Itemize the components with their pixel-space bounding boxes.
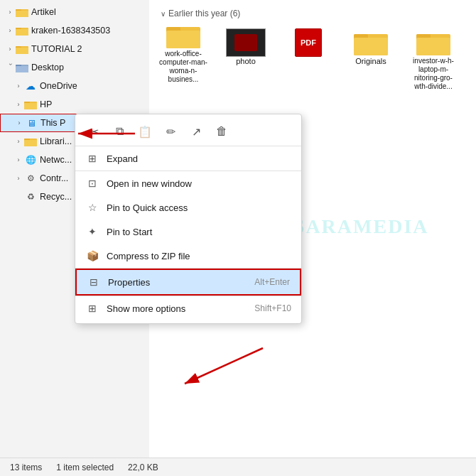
file-item-originals[interactable]: Originals bbox=[342, 26, 399, 94]
sidebar-item-tutorial2[interactable]: › TUTORIAL 2 bbox=[0, 40, 149, 58]
file-label-investor: investor-w-h-laptop-m-nitoring-gro-wth-d… bbox=[408, 57, 459, 91]
expand-arrow-tutorial2: › bbox=[6, 45, 14, 53]
menu-item-label-expand: Expand bbox=[107, 153, 291, 164]
status-bar: 13 items 1 item selected 22,0 KB bbox=[0, 458, 476, 476]
menu-item-label-pin-start: Pin to Start bbox=[107, 227, 291, 237]
control-icon: ⚙ bbox=[24, 173, 37, 183]
svg-rect-14 bbox=[24, 103, 37, 109]
window-icon: ⊡ bbox=[85, 176, 99, 190]
menu-item-more-options[interactable]: ⊞ Show more options Shift+F10 bbox=[75, 296, 301, 320]
menu-item-label-open-new-window: Open in new window bbox=[107, 178, 291, 189]
sidebar-item-desktop[interactable]: › Desktop bbox=[0, 58, 149, 77]
expand-arrow-network: › bbox=[14, 156, 23, 164]
file-item-work-office[interactable]: work-office-computer-man-woma-n-busines.… bbox=[155, 18, 212, 94]
folder-icon-libraries bbox=[24, 136, 37, 146]
more-options-icon: ⊞ bbox=[85, 301, 99, 315]
rename-button[interactable]: ✏ bbox=[161, 121, 180, 141]
expand-arrow-hp: › bbox=[14, 100, 23, 109]
file-label-originals: Originals bbox=[355, 57, 386, 66]
file-label-work-office: work-office-computer-man-woma-n-busines.… bbox=[158, 50, 209, 84]
status-selection: 1 item selected bbox=[56, 463, 114, 472]
sidebar-item-label-artikel: Artikel bbox=[31, 7, 56, 17]
sidebar-item-label-recycle: Recyc... bbox=[40, 192, 72, 202]
menu-item-label-properties: Properties bbox=[108, 277, 254, 288]
sidebar-item-label-libraries: Librari... bbox=[40, 136, 72, 146]
delete-button[interactable]: 🗑 bbox=[212, 121, 232, 141]
expand-arrow-desktop: › bbox=[6, 63, 14, 72]
svg-rect-11 bbox=[16, 66, 28, 72]
status-count: 13 items bbox=[10, 463, 42, 472]
recycle-icon: ♻ bbox=[24, 192, 37, 202]
menu-item-properties[interactable]: ⊟ Properties Alt+Enter bbox=[75, 269, 301, 296]
paste-button[interactable]: 📋 bbox=[135, 121, 155, 141]
expand-arrow-artikel: › bbox=[6, 8, 14, 16]
sidebar-item-label-kraken: kraken-1638343503 bbox=[31, 26, 110, 36]
context-menu: ✂ ⧉ 📋 ✏ ↗ 🗑 ⊞ Expand ⊡ Open in new windo… bbox=[75, 114, 302, 324]
svg-rect-17 bbox=[24, 140, 37, 146]
section-label: Earlier this year (6) bbox=[168, 9, 240, 18]
pin-quick-icon: ☆ bbox=[85, 200, 99, 215]
section-header: ∨ Earlier this year (6) bbox=[155, 6, 470, 20]
status-size: 22,0 KB bbox=[128, 463, 158, 472]
zip-icon: 📦 bbox=[85, 249, 99, 263]
copy-button[interactable]: ⧉ bbox=[109, 121, 129, 141]
thumbnail-photo bbox=[226, 28, 266, 57]
expand-icon: ⊞ bbox=[85, 151, 99, 166]
folder-icon-tutorial2 bbox=[16, 44, 28, 54]
pin-start-icon: ✦ bbox=[85, 225, 99, 239]
expand-arrow-control: › bbox=[14, 174, 23, 183]
menu-item-label-zip: Compress to ZIP file bbox=[107, 251, 291, 261]
menu-item-open-new-window[interactable]: ⊡ Open in new window bbox=[75, 171, 301, 195]
expand-arrow-kraken: › bbox=[6, 26, 14, 35]
sidebar-item-onedrive[interactable]: › ☁ OneDrive bbox=[0, 77, 149, 95]
file-item-photo[interactable]: photo bbox=[217, 26, 274, 94]
sidebar-item-label-network: Netwc... bbox=[40, 155, 72, 165]
menu-item-pin-quick[interactable]: ☆ Pin to Quick access bbox=[75, 195, 301, 220]
folder-icon-work-office bbox=[166, 21, 200, 50]
share-button[interactable]: ↗ bbox=[186, 121, 206, 141]
sidebar-item-label-tutorial2: TUTORIAL 2 bbox=[31, 44, 82, 54]
thispc-icon: 🖥 bbox=[25, 118, 38, 128]
file-item-pdf[interactable]: PDF bbox=[280, 26, 337, 94]
file-explorer-window: › Artikel › kraken-1638343503 › bbox=[0, 0, 476, 476]
folder-icon-originals bbox=[354, 28, 388, 57]
file-label-photo: photo bbox=[236, 57, 256, 66]
sidebar-item-kraken[interactable]: › kraken-1638343503 bbox=[0, 21, 149, 40]
sidebar-item-label-desktop: Desktop bbox=[31, 63, 64, 72]
folder-icon-kraken bbox=[16, 26, 28, 36]
context-menu-icon-row: ✂ ⧉ 📋 ✏ ↗ 🗑 bbox=[75, 117, 301, 146]
folder-icon-artikel bbox=[16, 7, 28, 17]
folder-icon-desktop bbox=[16, 63, 28, 72]
network-icon: 🌐 bbox=[24, 155, 37, 165]
cut-button[interactable]: ✂ bbox=[84, 121, 104, 141]
svg-rect-8 bbox=[16, 48, 28, 54]
svg-rect-26 bbox=[416, 38, 450, 55]
svg-rect-5 bbox=[16, 29, 28, 36]
folder-icon-investor bbox=[416, 28, 450, 57]
menu-item-label-pin-quick: Pin to Quick access bbox=[107, 202, 291, 213]
properties-shortcut: Alt+Enter bbox=[254, 277, 290, 287]
sidebar-item-hp[interactable]: › HP bbox=[0, 95, 149, 114]
menu-item-zip[interactable]: 📦 Compress to ZIP file bbox=[75, 244, 301, 268]
svg-rect-2 bbox=[16, 11, 28, 17]
properties-icon: ⊟ bbox=[87, 275, 101, 289]
svg-rect-20 bbox=[166, 31, 200, 48]
sidebar-item-label-onedrive: OneDrive bbox=[40, 81, 77, 91]
folder-icon-hp bbox=[24, 99, 37, 109]
menu-item-expand[interactable]: ⊞ Expand bbox=[75, 146, 301, 171]
more-options-shortcut: Shift+F10 bbox=[254, 303, 291, 313]
sidebar-item-label-control: Contr... bbox=[40, 173, 68, 183]
sidebar-item-artikel[interactable]: › Artikel bbox=[0, 3, 149, 21]
chevron-down-icon: ∨ bbox=[161, 10, 166, 18]
expand-arrow-libraries: › bbox=[14, 137, 23, 146]
onedrive-icon: ☁ bbox=[24, 81, 37, 91]
expand-arrow-onedrive: › bbox=[14, 82, 23, 90]
sidebar-item-label-hp: HP bbox=[40, 99, 52, 109]
menu-item-label-more-options: Show more options bbox=[107, 303, 254, 314]
sidebar-item-label-thispc: This P bbox=[40, 118, 65, 128]
menu-item-pin-start[interactable]: ✦ Pin to Start bbox=[75, 220, 301, 244]
expand-arrow-thispc: › bbox=[15, 119, 23, 127]
file-grid: ∨ Earlier this year (6) work-office-comp… bbox=[149, 0, 476, 99]
svg-rect-23 bbox=[354, 38, 388, 55]
file-item-investor[interactable]: investor-w-h-laptop-m-nitoring-gro-wth-d… bbox=[405, 26, 462, 94]
